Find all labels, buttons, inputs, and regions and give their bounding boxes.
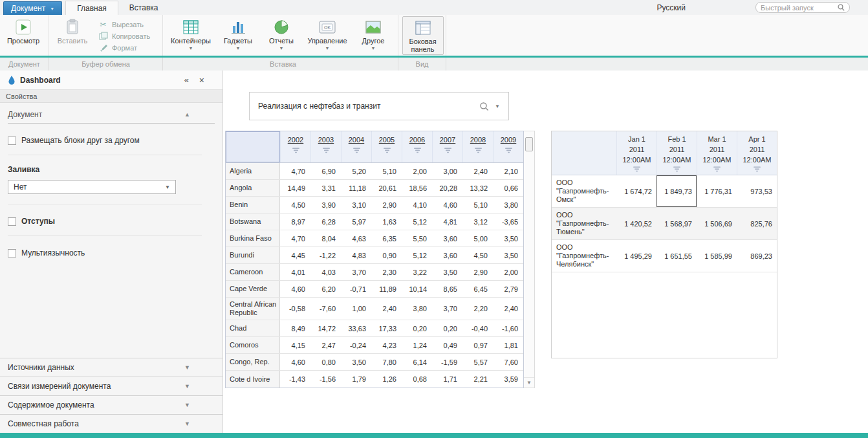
row-header-cell[interactable]: Central African Republic [226, 298, 280, 320]
filter-icon[interactable] [505, 148, 513, 153]
data-cell[interactable]: 1 506,69 [697, 208, 737, 239]
data-cell[interactable]: 1 495,29 [616, 240, 656, 272]
data-cell[interactable]: 11,89 [371, 281, 402, 297]
data-cell[interactable]: 3,10 [341, 197, 371, 213]
data-cell[interactable]: 869,23 [737, 240, 777, 272]
document-section-header[interactable]: Документ ▲ [8, 110, 215, 124]
data-cell[interactable]: 1,79 [341, 371, 371, 388]
data-cell[interactable]: 11,18 [341, 180, 371, 196]
copy-button[interactable]: Копировать [98, 32, 150, 40]
left-table-column-header[interactable]: 2006 [402, 131, 432, 162]
data-cell[interactable]: 825,76 [737, 208, 777, 239]
checkbox[interactable] [8, 217, 16, 226]
data-cell[interactable]: 8,97 [280, 214, 310, 230]
data-cell[interactable]: 5,50 [402, 230, 432, 246]
data-cell[interactable]: -1,43 [280, 371, 310, 388]
data-cell[interactable]: 3,90 [310, 197, 341, 213]
sidebar-section-header[interactable]: Источники данных▼ [0, 358, 222, 377]
data-cell[interactable]: 4,60 [280, 281, 310, 297]
filter-icon[interactable] [353, 148, 361, 153]
data-cell[interactable]: 5,12 [402, 247, 432, 263]
data-cell[interactable]: 3,70 [341, 264, 371, 280]
data-cell[interactable]: -0,40 [462, 320, 493, 336]
checkbox[interactable] [8, 137, 16, 145]
reports-button[interactable]: Отчеты ▼ [263, 16, 300, 54]
data-cell[interactable]: 4,23 [371, 337, 402, 353]
data-cell[interactable]: 7,60 [493, 354, 523, 370]
data-cell[interactable]: 2,90 [371, 197, 402, 213]
data-cell[interactable]: 3,80 [493, 197, 523, 213]
data-cell[interactable]: 0,80 [310, 354, 341, 370]
data-cell[interactable]: 13,32 [462, 180, 493, 196]
data-cell[interactable]: 2,40 [371, 298, 402, 320]
data-cell[interactable]: 14,49 [280, 180, 310, 196]
cut-button[interactable]: ✂ Вырезать [98, 20, 150, 28]
data-cell[interactable]: 20,61 [371, 180, 402, 196]
row-header-cell[interactable]: Congo, Rep. [226, 354, 280, 370]
data-cell[interactable]: 6,90 [310, 163, 341, 179]
data-cell[interactable]: 4,81 [432, 214, 462, 230]
document-menu-button[interactable]: Документ ▼ [3, 1, 62, 15]
scrollbar-thumb[interactable] [525, 137, 533, 151]
left-table-corner-cell[interactable] [226, 131, 280, 162]
data-cell[interactable]: 2,00 [402, 163, 432, 179]
row-header-cell[interactable]: Algeria [226, 163, 280, 179]
left-table-column-header[interactable]: 2002 [280, 131, 310, 162]
row-header-cell[interactable]: Chad [226, 320, 280, 336]
data-cell[interactable]: 4,70 [280, 163, 310, 179]
data-cell[interactable]: 0,66 [493, 180, 523, 196]
data-cell[interactable]: 4,50 [462, 247, 493, 263]
data-cell[interactable]: 1 420,52 [616, 208, 656, 239]
data-cell[interactable]: 3,31 [310, 180, 341, 196]
data-cell[interactable]: 4,70 [280, 230, 310, 246]
column-sort-link[interactable]: 2004 [349, 136, 364, 144]
collapse-panel-button[interactable]: « [184, 75, 189, 85]
column-sort-link[interactable]: 2003 [318, 136, 334, 144]
left-table-column-header[interactable]: 2007 [432, 131, 462, 162]
data-cell[interactable]: -3,65 [493, 214, 523, 230]
row-header-cell[interactable]: Botswana [226, 214, 280, 230]
row-header-cell[interactable]: Comoros [226, 337, 280, 353]
search-icon[interactable] [479, 102, 489, 111]
data-cell[interactable]: 14,72 [310, 320, 341, 336]
side-panel-toggle-button[interactable]: Боковая панель [402, 16, 444, 55]
filter-icon[interactable] [633, 166, 641, 172]
data-cell[interactable]: -1,60 [493, 320, 523, 336]
data-cell[interactable]: -0,58 [280, 298, 310, 320]
filter-icon[interactable] [474, 148, 483, 153]
multilang-checkbox-row[interactable]: Мультиязычность [8, 248, 202, 257]
column-sort-link[interactable]: 2008 [470, 136, 486, 144]
left-table-column-header[interactable]: 2005 [371, 131, 402, 162]
filter-icon[interactable] [673, 166, 681, 172]
row-header-cell[interactable]: ООО "Газпромнефть-Омск" [552, 175, 616, 207]
column-sort-link[interactable]: 2002 [288, 136, 303, 144]
row-header-cell[interactable]: Angola [226, 180, 280, 196]
column-sort-link[interactable]: 2007 [440, 136, 455, 144]
preview-button[interactable]: Просмотр [3, 16, 44, 54]
data-cell[interactable]: 3,50 [493, 247, 523, 263]
tab-home[interactable]: Главная [65, 1, 118, 15]
left-table-column-header[interactable]: 2009 [493, 131, 523, 162]
row-header-cell[interactable]: Benin [226, 197, 280, 213]
data-cell[interactable]: 3,60 [432, 247, 462, 263]
data-cell[interactable]: 4,50 [280, 197, 310, 213]
paste-button[interactable]: Вставить [52, 16, 93, 54]
data-cell[interactable]: 20,28 [432, 180, 462, 196]
data-cell[interactable]: 3,22 [402, 264, 432, 280]
left-table-column-header[interactable]: 2004 [341, 131, 371, 162]
format-button[interactable]: Формат [98, 43, 150, 52]
selected-cell[interactable]: 1 849,73 [656, 175, 697, 207]
containers-button[interactable]: Контейнеры ▼ [168, 16, 213, 54]
data-cell[interactable]: 2,40 [462, 163, 493, 179]
data-cell[interactable]: 5,57 [462, 354, 493, 370]
filter-icon[interactable] [292, 148, 300, 153]
data-cell[interactable]: 17,33 [371, 320, 402, 336]
data-cell[interactable]: 4,60 [432, 197, 462, 213]
data-cell[interactable]: 5,10 [371, 163, 402, 179]
data-cell[interactable]: 3,80 [402, 298, 432, 320]
data-cell[interactable]: 8,04 [310, 230, 341, 246]
data-cell[interactable]: 0,20 [402, 320, 432, 336]
data-cell[interactable]: 6,14 [402, 354, 432, 370]
data-cell[interactable]: 2,90 [462, 264, 493, 280]
data-cell[interactable]: 2,47 [310, 337, 341, 353]
